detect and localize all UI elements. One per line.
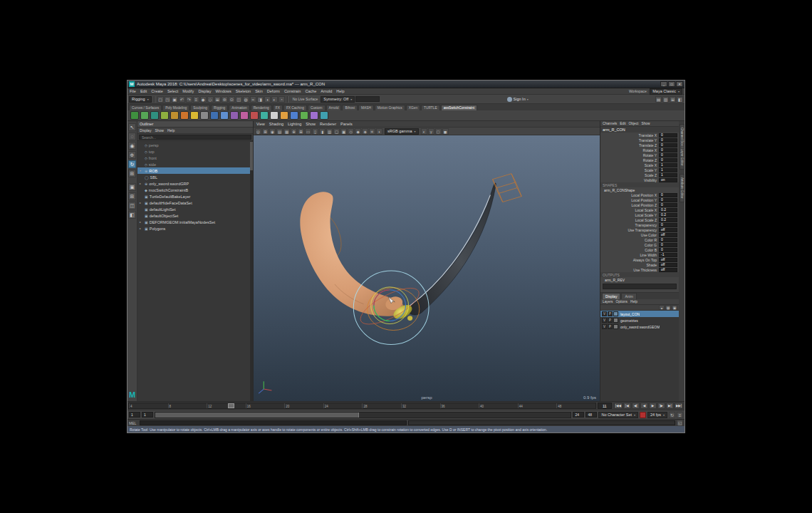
menu-item[interactable]: Skin bbox=[255, 89, 263, 93]
menu-item[interactable]: Windows bbox=[215, 89, 231, 93]
menu-item[interactable]: Select bbox=[167, 89, 178, 93]
shelf-button[interactable] bbox=[180, 111, 189, 120]
layer-playback-toggle[interactable]: P bbox=[608, 311, 613, 316]
select-hierarchy-icon[interactable]: ≡ bbox=[193, 96, 199, 103]
attribute-value-field[interactable]: 0 bbox=[659, 223, 677, 227]
channel-attribute-row[interactable]: Scale Y 1 bbox=[600, 167, 679, 172]
workspace-dropdown[interactable]: Maya Classic▾ bbox=[650, 88, 682, 95]
sword-tip-control[interactable] bbox=[493, 174, 522, 202]
display-layer-row[interactable]: V P layout_CON bbox=[600, 311, 679, 317]
image-plane-icon[interactable]: ▦ bbox=[283, 128, 290, 135]
outliner-item[interactable]: ▸ ▣ DEFORMGEOM:initialMayaNodesSet bbox=[137, 219, 253, 225]
paint-select-tool-icon[interactable]: ◉ bbox=[128, 142, 136, 150]
toggle-panels-icon[interactable]: ⊞ bbox=[670, 96, 676, 103]
outliner-item[interactable]: ◆ mocSwitchConstraintB bbox=[137, 187, 253, 193]
shelf-tab[interactable]: Curves / Surfaces bbox=[129, 105, 162, 110]
channel-attribute-row[interactable]: Local Position X 0 bbox=[600, 192, 679, 197]
attribute-value-field[interactable]: 0 bbox=[659, 243, 677, 247]
viewport-canvas[interactable]: persp 0.9 fps bbox=[254, 135, 600, 401]
channel-attribute-row[interactable]: Local Scale Z 0.2 bbox=[600, 217, 679, 222]
attribute-value-field[interactable]: 1 bbox=[659, 163, 677, 167]
viewport-menu-item[interactable]: Show bbox=[306, 122, 316, 126]
ipr-render-icon[interactable]: ◐ bbox=[271, 96, 278, 103]
layer-visibility-toggle[interactable]: V bbox=[602, 324, 607, 329]
shelf-button[interactable] bbox=[140, 111, 149, 120]
arm-mesh[interactable] bbox=[300, 192, 404, 316]
field-chart-icon[interactable]: ▥ bbox=[326, 128, 333, 135]
outliner-item[interactable]: ▸ ▣ Polygons bbox=[137, 225, 253, 232]
shelf-button[interactable] bbox=[270, 111, 279, 120]
step-forward-key-button[interactable]: |▶ bbox=[657, 403, 665, 409]
attribute-value-field[interactable]: 0.2 bbox=[659, 213, 677, 217]
channel-box-menu-item[interactable]: Channels bbox=[603, 122, 617, 125]
toggle-ui-elements-icon[interactable]: ▤ bbox=[655, 96, 662, 103]
use-all-lights-icon[interactable]: ☀ bbox=[369, 128, 375, 135]
channel-attribute-row[interactable]: Use Thickness off bbox=[600, 267, 679, 272]
attribute-value-field[interactable]: 0 bbox=[659, 238, 677, 242]
shelf-tab[interactable]: Arnold bbox=[326, 105, 342, 110]
go-to-start-button[interactable]: |◀◀ bbox=[614, 403, 623, 409]
dock-tab[interactable]: Channel Box / Layer Editor bbox=[680, 124, 685, 170]
shaded-icon[interactable]: ◆ bbox=[355, 128, 361, 135]
shape-node-name[interactable]: arm_R_CONShape bbox=[600, 187, 679, 192]
viewport-menu-item[interactable]: Panels bbox=[340, 122, 353, 126]
shelf-tab[interactable]: TURTLE bbox=[421, 105, 440, 110]
attribute-value-field[interactable]: 0.2 bbox=[659, 218, 677, 222]
command-language-toggle[interactable]: MEL bbox=[129, 421, 138, 425]
close-button[interactable]: ✕ bbox=[676, 81, 683, 87]
resolution-gate-icon[interactable]: ▯ bbox=[312, 128, 318, 135]
menu-item[interactable]: Modify bbox=[182, 89, 194, 93]
script-editor-icon[interactable]: ◱ bbox=[677, 420, 683, 426]
play-backwards-button[interactable]: ◀ bbox=[640, 403, 648, 409]
sword-mesh[interactable] bbox=[391, 183, 496, 322]
shelf-tab[interactable]: Motion Graphics bbox=[375, 105, 405, 110]
save-scene-icon[interactable]: ▣ bbox=[172, 96, 178, 103]
animation-start-field[interactable]: 1 bbox=[129, 412, 140, 418]
layer-color-swatch[interactable] bbox=[613, 324, 618, 329]
step-forward-frame-button[interactable]: ▶| bbox=[666, 403, 674, 409]
attribute-value-field[interactable]: 0 bbox=[659, 198, 677, 202]
redo-icon[interactable]: ↷ bbox=[186, 96, 192, 103]
layer-editor-menu-item[interactable]: Layers bbox=[603, 300, 613, 304]
step-back-frame-button[interactable]: |◀ bbox=[623, 403, 631, 409]
shelf-tab[interactable]: FX bbox=[273, 105, 283, 110]
layer-visibility-toggle[interactable]: V bbox=[602, 318, 607, 323]
persp-outliner-layout-icon[interactable]: ◫ bbox=[128, 202, 136, 209]
bookmarks-icon[interactable]: ▤ bbox=[276, 128, 283, 135]
channel-attribute-row[interactable]: Local Scale X 0.2 bbox=[600, 207, 679, 212]
menu-set-dropdown[interactable]: Rigging▾ bbox=[129, 96, 152, 103]
channel-box-menu-item[interactable]: Object bbox=[629, 122, 639, 125]
channel-box-menu-item[interactable]: Show bbox=[641, 122, 650, 125]
symmetry-dropdown[interactable]: Symmetry: Off▾ bbox=[321, 96, 355, 103]
shelf-tab[interactable]: Rendering bbox=[251, 105, 272, 110]
create-empty-layer-button[interactable]: ▦ bbox=[665, 305, 671, 310]
shelf-tab[interactable]: Sculpting bbox=[190, 105, 210, 110]
layer-visibility-toggle[interactable]: V bbox=[602, 311, 607, 316]
create-layer-from-selected-button[interactable]: ▣ bbox=[672, 305, 677, 310]
layer-playback-toggle[interactable]: P bbox=[608, 318, 613, 323]
outliner-item[interactable]: ▣ TurtleDefaultBakeLayer bbox=[137, 193, 253, 200]
attribute-value-field[interactable]: 0 bbox=[659, 248, 677, 252]
shelf-tab[interactable]: Animation bbox=[229, 105, 249, 110]
snap-to-point-icon[interactable]: ⊙ bbox=[229, 96, 235, 103]
outliner-menu-item[interactable]: Help bbox=[167, 128, 175, 133]
channel-attribute-row[interactable]: Use Color off bbox=[600, 232, 679, 237]
channel-box-edit-field[interactable] bbox=[603, 284, 677, 289]
menu-item[interactable]: Display bbox=[198, 89, 211, 93]
outliner-item[interactable]: ◇ front bbox=[137, 155, 253, 161]
layer-editor-menu-item[interactable]: Help bbox=[630, 300, 637, 304]
channel-attribute-row[interactable]: Transparency 0 bbox=[600, 222, 679, 227]
dock-tab[interactable]: Attribute Editor bbox=[680, 174, 685, 202]
channel-attribute-row[interactable]: Line Width -1 bbox=[600, 252, 679, 257]
outliner-item[interactable]: ◇ top bbox=[137, 148, 253, 155]
display-layer-row[interactable]: V P only_sword:swordGEOM bbox=[600, 323, 679, 330]
channel-attribute-row[interactable]: Visibility on bbox=[600, 177, 679, 182]
render-settings-icon[interactable]: ◔ bbox=[279, 96, 285, 103]
exposure-icon[interactable]: ◐ bbox=[421, 128, 427, 135]
outliner-item[interactable]: ▾ ⊕ ROB bbox=[137, 167, 253, 174]
scrollbar-thumb[interactable] bbox=[250, 142, 253, 170]
shelf-button[interactable] bbox=[130, 111, 139, 120]
channel-attribute-row[interactable]: Translate Z 0 bbox=[600, 142, 679, 147]
window-titlebar[interactable]: M Autodesk Maya 2018: C:\Users\Andrea\De… bbox=[127, 81, 685, 88]
channel-attribute-row[interactable]: Use Transparency off bbox=[600, 227, 679, 232]
